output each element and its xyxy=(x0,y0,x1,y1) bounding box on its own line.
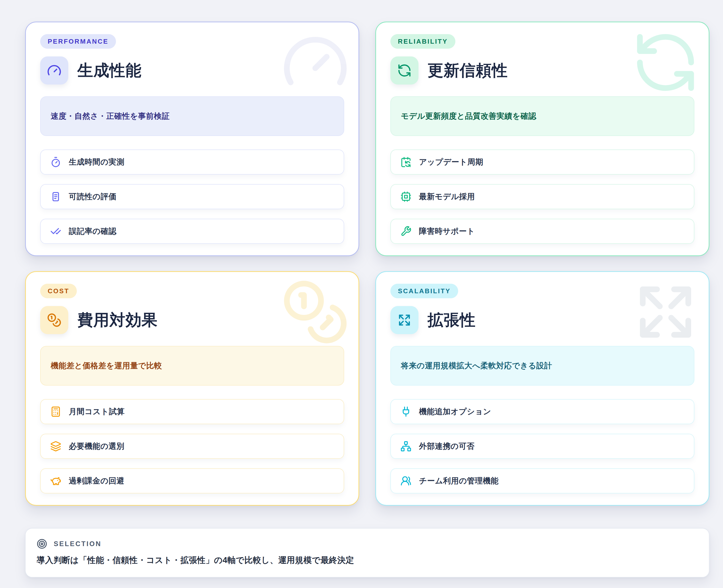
card-description: 速度・自然さ・正確性を事前検証 xyxy=(40,96,344,136)
item-list: 機能追加オプション 外部連携の可否 チーム利用の管理機能 xyxy=(390,399,695,493)
list-item-label: 過剰課金の回避 xyxy=(69,476,124,486)
card-description: 将来の運用規模拡大へ柔軟対応できる設計 xyxy=(390,346,695,385)
document-icon xyxy=(50,191,61,202)
card-header: 更新信頼性 xyxy=(390,57,695,85)
list-item: アップデート周期 xyxy=(390,149,695,174)
card-header: 拡張性 xyxy=(390,306,695,334)
layers-icon xyxy=(50,441,61,452)
list-item-label: 誤記率の確認 xyxy=(69,226,117,236)
cost-card: COST 費用対効果 機能差と価格差を運用量で比較 月間コスト試算 xyxy=(25,271,359,506)
list-item-label: 月間コスト試算 xyxy=(69,406,125,417)
piggy-bank-icon xyxy=(50,475,61,486)
card-title: 更新信頼性 xyxy=(427,60,508,81)
list-item-label: 最新モデル採用 xyxy=(419,191,475,202)
card-header: 費用対効果 xyxy=(40,306,344,334)
category-badge: PERFORMANCE xyxy=(40,34,116,49)
card-title: 生成性能 xyxy=(77,60,142,81)
summary-header: SELECTION xyxy=(37,539,698,549)
list-item: 月間コスト試算 xyxy=(40,399,344,424)
card-title: 費用対効果 xyxy=(77,309,158,331)
wrench-icon xyxy=(400,226,411,237)
summary-text: 導入判断は「性能・信頼性・コスト・拡張性」の4軸で比較し、運用規模で最終決定 xyxy=(37,554,698,566)
performance-card: PERFORMANCE 生成性能 速度・自然さ・正確性を事前検証 生成時間の実測 xyxy=(25,22,359,256)
list-item-label: チーム利用の管理機能 xyxy=(419,476,499,486)
list-item: 生成時間の実測 xyxy=(40,149,344,174)
list-item: 最新モデル採用 xyxy=(390,184,695,209)
summary-label: SELECTION xyxy=(54,540,102,548)
calendar-sync-icon xyxy=(400,156,411,168)
stopwatch-icon xyxy=(50,156,61,168)
list-item-label: 可読性の評価 xyxy=(69,191,117,202)
item-list: 月間コスト試算 必要機能の選別 過剰課金の回避 xyxy=(40,399,344,493)
category-badge: COST xyxy=(40,284,77,298)
team-icon xyxy=(400,475,411,486)
list-item-label: アップデート周期 xyxy=(419,157,483,167)
target-icon xyxy=(37,539,47,549)
list-item-label: 必要機能の選別 xyxy=(69,441,124,451)
card-header: 生成性能 xyxy=(40,57,344,85)
coins-icon xyxy=(40,306,68,334)
card-title: 拡張性 xyxy=(427,309,476,331)
refresh-icon xyxy=(390,57,419,85)
item-list: アップデート周期 最新モデル採用 障害時サポート xyxy=(390,149,695,244)
card-description: 機能差と価格差を運用量で比較 xyxy=(40,346,344,385)
reliability-card: RELIABILITY 更新信頼性 モデル更新頻度と品質改善実績を確認 アップデ… xyxy=(375,22,709,256)
list-item: 機能追加オプション xyxy=(390,399,695,424)
card-grid: PERFORMANCE 生成性能 速度・自然さ・正確性を事前検証 生成時間の実測 xyxy=(25,22,709,506)
gauge-icon xyxy=(40,57,68,85)
double-check-icon xyxy=(50,226,61,237)
list-item-label: 障害時サポート xyxy=(419,226,475,236)
list-item: 過剰課金の回避 xyxy=(40,468,344,493)
list-item: 可読性の評価 xyxy=(40,184,344,209)
card-description: モデル更新頻度と品質改善実績を確認 xyxy=(390,96,695,136)
page: PERFORMANCE 生成性能 速度・自然さ・正確性を事前検証 生成時間の実測 xyxy=(0,0,723,578)
list-item-label: 外部連携の可否 xyxy=(419,441,475,451)
cpu-icon xyxy=(400,191,411,202)
item-list: 生成時間の実測 可読性の評価 誤記率の確認 xyxy=(40,149,344,244)
list-item-label: 機能追加オプション xyxy=(419,406,491,417)
list-item: 外部連携の可否 xyxy=(390,434,695,459)
selection-summary: SELECTION 導入判断は「性能・信頼性・コスト・拡張性」の4軸で比較し、運… xyxy=(25,528,709,578)
list-item-label: 生成時間の実測 xyxy=(69,157,124,167)
list-item: 誤記率の確認 xyxy=(40,219,344,244)
category-badge: RELIABILITY xyxy=(390,34,455,49)
expand-icon xyxy=(390,306,419,334)
category-badge: SCALABILITY xyxy=(390,284,458,298)
list-item: 障害時サポート xyxy=(390,219,695,244)
plug-icon xyxy=(400,406,411,417)
list-item: 必要機能の選別 xyxy=(40,434,344,459)
network-icon xyxy=(400,441,411,452)
scalability-card: SCALABILITY 拡張性 将来の運用規模拡大へ柔軟対応できる設計 機能追加… xyxy=(375,271,709,506)
list-item: チーム利用の管理機能 xyxy=(390,468,695,493)
calculator-icon xyxy=(50,406,61,417)
